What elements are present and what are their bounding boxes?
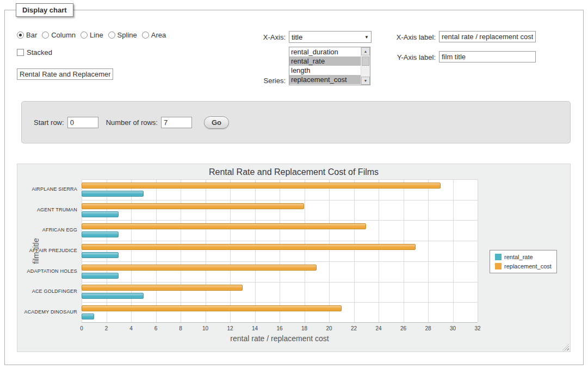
plot-area xyxy=(82,179,478,323)
gridline-vertical xyxy=(428,179,429,322)
x-tick-label: 14 xyxy=(244,325,266,331)
chart-type-radio-area[interactable]: Area xyxy=(142,31,166,39)
x-tick-label: 16 xyxy=(269,325,290,331)
series-option-length[interactable]: length xyxy=(289,66,361,75)
x-tick-label: 28 xyxy=(417,325,439,331)
legend-item-replacement_cost[interactable]: replacement_cost xyxy=(495,263,552,269)
category-label: AGENT TRUMAN xyxy=(17,207,77,212)
series-options: rental_durationrental_ratelengthreplacem… xyxy=(289,47,361,85)
series-scrollbar[interactable]: ▲ ▼ xyxy=(361,47,370,85)
gridline-vertical xyxy=(181,179,181,322)
chart-legend: rental_ratereplacement_cost xyxy=(490,250,557,273)
series-multiselect[interactable]: rental_durationrental_ratelengthreplacem… xyxy=(289,47,370,85)
series-select-label: Series: xyxy=(233,77,286,85)
y-axis-label-input[interactable] xyxy=(439,51,536,62)
radio-label: Bar xyxy=(26,31,37,39)
bar-rental_rate xyxy=(82,252,119,258)
bar-rental_rate xyxy=(82,273,119,279)
scroll-down-icon[interactable]: ▼ xyxy=(361,77,370,85)
category-label: ACE GOLDFINGER xyxy=(17,289,77,294)
x-tick-label: 2 xyxy=(96,325,117,331)
x-tick-label: 30 xyxy=(442,325,464,331)
chart-type-radio-line[interactable]: Line xyxy=(81,31,103,39)
resize-handle-icon[interactable] xyxy=(562,344,569,350)
bar-replacement_cost xyxy=(82,183,441,189)
bar-rental_rate xyxy=(82,313,94,319)
gridline-vertical xyxy=(453,179,454,322)
start-row-input[interactable] xyxy=(67,117,98,128)
gridline-vertical xyxy=(131,179,132,322)
radio-icon xyxy=(142,32,149,39)
gridline-vertical xyxy=(107,179,107,322)
chart-title: Rental Rate and Replacement Cost of Film… xyxy=(17,167,570,177)
legend-label: replacement_cost xyxy=(504,263,552,269)
series-option-rental_rate[interactable]: rental_rate xyxy=(289,57,361,66)
radio-icon xyxy=(81,32,88,39)
x-tick-label: 6 xyxy=(145,325,167,331)
gridline-horizontal xyxy=(82,282,478,283)
bar-rental_rate xyxy=(82,231,119,237)
legend-swatch-icon xyxy=(495,263,502,269)
gridline-horizontal xyxy=(82,261,478,262)
scroll-up-icon[interactable]: ▲ xyxy=(361,47,370,55)
gridline-vertical xyxy=(478,179,478,322)
bar-replacement_cost xyxy=(82,203,304,209)
x-axis-selected-value: title xyxy=(289,33,362,41)
x-tick-label: 8 xyxy=(170,325,191,331)
x-axis-label-label: X-Axis label: xyxy=(380,33,436,41)
category-label: ACADEMY DINOSAUR xyxy=(17,309,77,315)
bar-replacement_cost xyxy=(82,223,366,229)
number-of-rows-label: Number of rows: xyxy=(106,118,158,127)
x-tick-label: 4 xyxy=(120,325,142,331)
x-tick-label: 24 xyxy=(368,325,389,331)
gridline-horizontal xyxy=(82,302,478,303)
x-tick-label: 20 xyxy=(318,325,340,331)
display-chart-fieldset: Display chart BarColumnLineSplineArea St… xyxy=(4,10,584,365)
chart-title-input[interactable] xyxy=(17,68,113,80)
category-label: AFRICAN EGG xyxy=(17,227,77,233)
gridline-horizontal xyxy=(82,179,478,180)
gridline-vertical xyxy=(305,179,305,322)
legend-item-rental_rate[interactable]: rental_rate xyxy=(495,254,552,260)
radio-label: Line xyxy=(90,31,103,39)
bar-replacement_cost xyxy=(82,265,317,271)
gridline-vertical xyxy=(156,179,157,322)
series-option-rental_duration[interactable]: rental_duration xyxy=(289,47,361,57)
gridline-vertical xyxy=(230,179,231,322)
gridline-horizontal xyxy=(82,200,478,200)
gridline-vertical xyxy=(206,179,206,322)
radio-icon xyxy=(17,32,24,39)
x-tick-label: 0 xyxy=(71,325,92,331)
x-tick-label: 32 xyxy=(467,325,488,331)
gridline-vertical xyxy=(255,179,256,322)
stacked-checkbox[interactable]: Stacked xyxy=(17,48,52,57)
gridline-vertical xyxy=(280,179,280,322)
x-tick-label: 26 xyxy=(393,325,414,331)
chart-type-radio-bar[interactable]: Bar xyxy=(17,31,37,39)
checkbox-icon xyxy=(17,49,24,56)
radio-label: Spline xyxy=(117,31,137,39)
legend-label: rental_rate xyxy=(504,254,533,260)
number-of-rows-input[interactable] xyxy=(161,117,192,128)
x-axis-title: rental rate / replacement cost xyxy=(82,334,478,343)
scrollbar-thumb[interactable] xyxy=(362,57,369,66)
radio-label: Column xyxy=(51,31,76,39)
x-axis-select[interactable]: title ▼ xyxy=(289,31,372,43)
bar-rental_rate xyxy=(82,293,144,299)
x-tick-label: 22 xyxy=(343,325,365,331)
chart-type-radio-spline[interactable]: Spline xyxy=(108,31,137,39)
series-option-replacement_cost[interactable]: replacement_cost xyxy=(289,75,361,84)
x-axis-label-input[interactable] xyxy=(439,31,536,42)
chart-type-radio-column[interactable]: Column xyxy=(42,31,76,39)
x-tick-label: 10 xyxy=(195,325,216,331)
go-button[interactable]: Go xyxy=(204,116,229,129)
bar-replacement_cost xyxy=(82,305,342,311)
x-tick-label: 12 xyxy=(219,325,241,331)
dropdown-arrow-icon: ▼ xyxy=(362,35,371,40)
gridline-vertical xyxy=(379,179,379,322)
y-axis-title: film title xyxy=(32,238,40,264)
gridline-horizontal xyxy=(82,241,478,241)
category-label: AFFAIR PREJUDICE xyxy=(17,248,77,253)
radio-label: Area xyxy=(151,31,166,39)
x-axis-select-label: X-Axis: xyxy=(233,33,286,41)
